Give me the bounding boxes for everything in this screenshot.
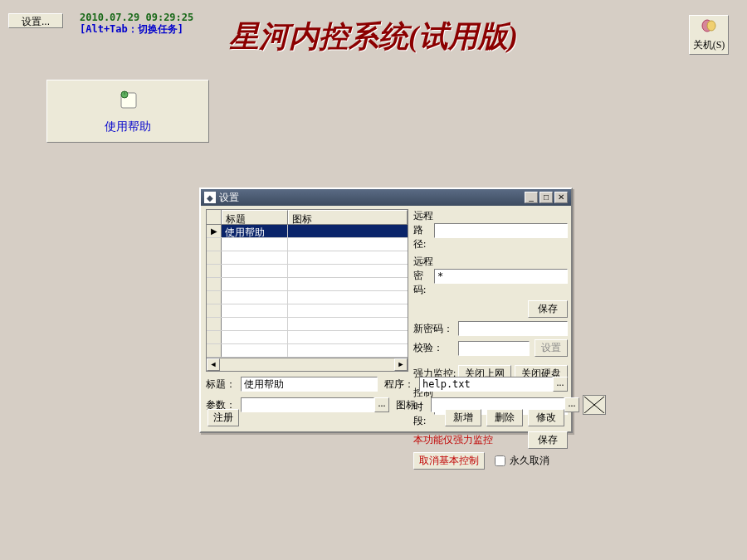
grid-hscrollbar[interactable]: ◄ ► bbox=[207, 358, 408, 371]
close-button[interactable]: ✕ bbox=[554, 192, 568, 203]
dialog-titlebar[interactable]: ◆ 设置 _ □ ✕ bbox=[201, 189, 571, 206]
params-input[interactable] bbox=[241, 397, 374, 412]
remote-password-label: 远程密码: bbox=[413, 255, 434, 297]
shutdown-button[interactable]: 关机(S) bbox=[689, 15, 729, 55]
grid-col-icon[interactable]: 图标 bbox=[288, 210, 408, 224]
save-period-button[interactable]: 保存 bbox=[528, 431, 568, 449]
program-input[interactable] bbox=[419, 377, 553, 392]
power-icon bbox=[701, 18, 717, 37]
delete-button[interactable]: 删除 bbox=[486, 409, 523, 426]
title-field-label: 标题： bbox=[206, 377, 241, 392]
save-remote-button[interactable]: 保存 bbox=[528, 300, 568, 318]
icon-field-label: 图标： bbox=[396, 398, 431, 412]
icon-browse-button[interactable]: ... bbox=[564, 397, 579, 412]
cancel-basic-control-button[interactable]: 取消基本控制 bbox=[413, 452, 485, 470]
program-field-label: 程序： bbox=[384, 377, 419, 392]
verify-label: 校验： bbox=[413, 341, 458, 355]
app-title: 星河内控系统(试用版) bbox=[0, 17, 747, 57]
title-input[interactable] bbox=[241, 377, 378, 392]
modify-button[interactable]: 修改 bbox=[528, 409, 564, 426]
maximize-button[interactable]: □ bbox=[540, 192, 553, 203]
scroll-left-button[interactable]: ◄ bbox=[207, 358, 220, 371]
shutdown-label: 关机(S) bbox=[693, 38, 725, 52]
help-tile[interactable]: 使用帮助 bbox=[46, 80, 209, 143]
settings-dialog: ◆ 设置 _ □ ✕ 标题 图标 ▶ 使用帮助 bbox=[199, 187, 573, 433]
icon-preview bbox=[583, 395, 606, 415]
new-password-label: 新密码： bbox=[413, 322, 458, 336]
remote-password-input[interactable] bbox=[434, 269, 568, 284]
set-password-button: 设置 bbox=[535, 339, 568, 357]
new-password-input[interactable] bbox=[458, 321, 568, 336]
program-browse-button[interactable]: ... bbox=[553, 377, 568, 392]
svg-point-1 bbox=[707, 21, 715, 31]
items-grid[interactable]: 标题 图标 ▶ 使用帮助 ◄ bbox=[206, 209, 408, 372]
register-button[interactable]: 注册 bbox=[208, 409, 239, 426]
permanent-cancel-checkbox[interactable]: 永久取消 bbox=[491, 453, 549, 469]
row-indicator-icon: ▶ bbox=[211, 226, 217, 236]
params-browse-button[interactable]: ... bbox=[374, 397, 389, 412]
permanent-cancel-label: 永久取消 bbox=[510, 454, 549, 468]
grid-cell-title: 使用帮助 bbox=[222, 225, 288, 237]
remote-path-input[interactable] bbox=[434, 223, 568, 238]
verify-input[interactable] bbox=[458, 341, 530, 356]
scroll-right-button[interactable]: ► bbox=[394, 358, 408, 371]
grid-row[interactable]: ▶ 使用帮助 bbox=[207, 225, 408, 238]
add-button[interactable]: 新增 bbox=[445, 409, 481, 426]
minimize-button[interactable]: _ bbox=[525, 192, 538, 203]
note-icon bbox=[115, 88, 141, 114]
remote-path-label: 远程路径: bbox=[413, 209, 434, 251]
force-only-note: 本功能仅强力监控 bbox=[413, 433, 528, 447]
dialog-app-icon: ◆ bbox=[204, 192, 216, 203]
dialog-title: 设置 bbox=[219, 191, 239, 205]
permanent-cancel-checkbox-input[interactable] bbox=[495, 455, 505, 466]
grid-cell-icon bbox=[288, 225, 408, 237]
grid-col-title[interactable]: 标题 bbox=[222, 210, 288, 224]
help-tile-label: 使用帮助 bbox=[105, 119, 151, 134]
